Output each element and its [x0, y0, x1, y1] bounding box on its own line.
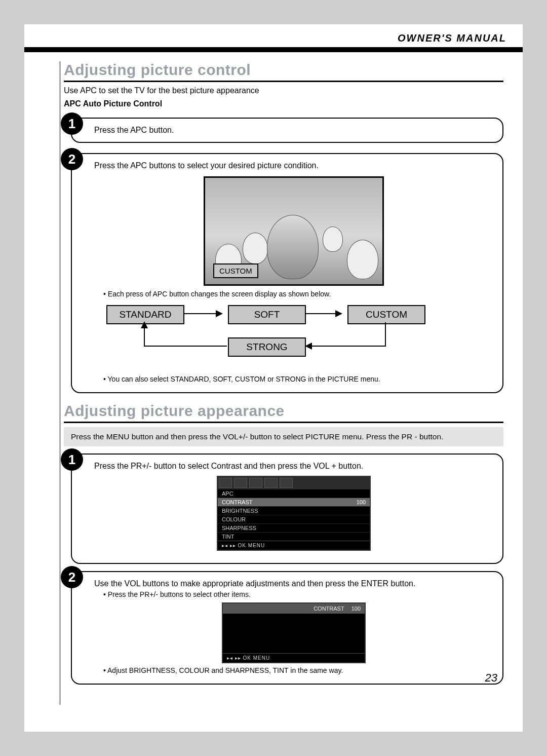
osd-row: COLOUR [218, 515, 370, 523]
flow-node-soft: SOFT [228, 305, 306, 324]
tv-screenshot: CUSTOM [204, 176, 384, 286]
appearance-step2-line2: • Press the PR+/- buttons to select othe… [103, 590, 493, 598]
arrow-icon [144, 322, 145, 347]
arrow-icon [306, 313, 341, 314]
step1-box: 1 Press the APC button. [71, 118, 503, 143]
osd-row-selected: CONTRAST100 [218, 498, 370, 506]
balloon-icon [323, 226, 343, 252]
osd-row: TINT [218, 532, 370, 541]
section-divider-2 [64, 422, 503, 423]
step2-box: 2 Press the APC buttons to select your d… [71, 153, 503, 393]
appearance-step1-text: Press the PR+/- button to select Contras… [94, 462, 493, 471]
arrow-icon [144, 346, 227, 347]
osd-tab-icon [219, 478, 232, 488]
page: OWNER'S MANUAL Adjusting picture control… [0, 0, 547, 756]
instruction-bar: Press the MENU button and then press the… [64, 427, 503, 446]
step1-text: Press the APC button. [94, 126, 174, 134]
appearance-step2-badge: 2 [61, 566, 83, 588]
step1-badge: 1 [61, 112, 83, 135]
intro-text: Use APC to set the TV for the best pictu… [64, 86, 503, 95]
osd-menu: APC CONTRAST100 BRIGHTNESS COLOUR SHARPN… [217, 476, 371, 551]
flow-node-custom: CUSTOM [347, 305, 425, 324]
apc-flow-diagram: STANDARD SOFT CUSTOM STRONG [94, 302, 493, 373]
step2-note2: • You can also select STANDARD, SOFT, CU… [103, 375, 493, 383]
appearance-step2-box: 2 Use the VOL buttons to make appropriat… [71, 571, 503, 685]
section-title-2: Adjusting picture appearance [64, 402, 503, 420]
osd-row: BRIGHTNESS [218, 506, 370, 515]
osd-row: SHARPNESS [218, 523, 370, 532]
content-area: Adjusting picture control Use APC to set… [60, 61, 503, 685]
arrow-icon [184, 313, 222, 314]
step2-text: Press the APC buttons to select your des… [94, 161, 493, 170]
osd-tab-icon [249, 478, 262, 488]
section-title-1: Adjusting picture control [64, 61, 503, 79]
section-divider-1 [64, 81, 503, 82]
appearance-step2-line3: • Adjust BRIGHTNESS, COLOUR and SHARPNES… [103, 666, 493, 674]
osd-tabs [218, 477, 370, 489]
osd-slider-footer: ▸◂ ▸▸ OK MENU [223, 653, 365, 662]
osd-slider: CONTRAST 100 ▸◂ ▸▸ OK MENU [222, 602, 366, 663]
osd-tab-icon [264, 478, 278, 488]
apc-subheading: APC Auto Picture Control [64, 99, 503, 108]
left-margin-rule [60, 61, 60, 705]
osd-slider-body [223, 614, 365, 653]
osd-slider-label: CONTRAST [314, 606, 344, 612]
arrow-icon [385, 322, 386, 346]
appearance-step2-text: Use the VOL buttons to make appropriate … [94, 579, 493, 588]
balloon-icon [243, 233, 268, 264]
arrow-icon [306, 346, 386, 347]
osd-footer: ▸◂ ▸▸ OK MENU [218, 541, 370, 550]
osd-slider-bar: CONTRAST 100 [223, 603, 365, 614]
header-title: OWNER'S MANUAL [24, 24, 523, 47]
step2-badge: 2 [61, 148, 83, 170]
balloon-icon [347, 240, 378, 279]
appearance-step1-badge: 1 [61, 448, 83, 471]
osd-row: APC [218, 489, 370, 498]
osd-tab-icon [234, 478, 247, 488]
osd-chip-custom: CUSTOM [213, 263, 258, 278]
balloon-icon [267, 215, 319, 279]
osd-tab-icon [280, 478, 293, 488]
appearance-step1-box: 1 Press the PR+/- button to select Contr… [71, 453, 503, 564]
osd-slider-value: 100 [351, 606, 361, 612]
page-number: 23 [485, 671, 497, 685]
flow-node-strong: STRONG [228, 337, 306, 357]
page-inner: OWNER'S MANUAL Adjusting picture control… [24, 24, 523, 732]
header-divider [24, 47, 523, 52]
step2-note1: • Each press of APC button changes the s… [103, 290, 493, 298]
